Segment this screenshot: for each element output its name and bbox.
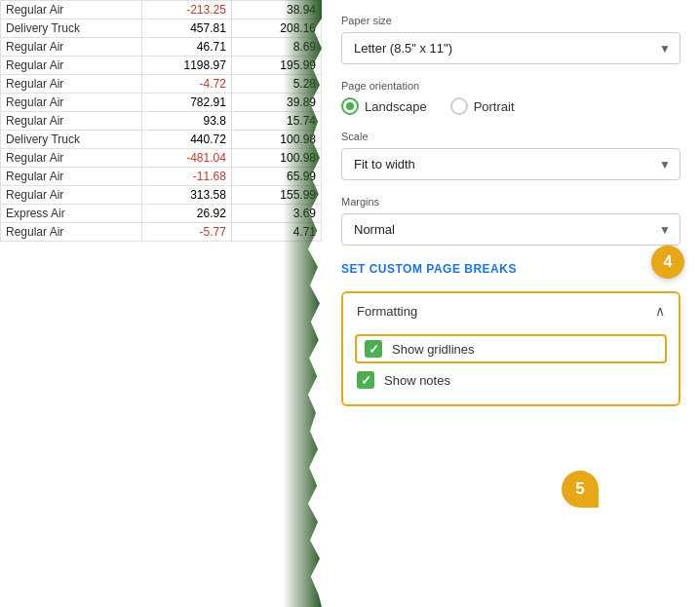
paper-size-select[interactable]: Letter (8.5" x 11") [341,32,681,64]
table-row: Delivery Truck457.81208.16 [1,19,322,38]
paper-size-label: Paper size [341,15,681,26]
cell-value1: 1198.97 [141,57,231,75]
margins-select[interactable]: Normal [341,213,681,246]
table-row: Express Air26.923.69 [1,205,322,223]
cell-value1: 440.72 [141,131,231,149]
cell-ship-mode: Regular Air [1,94,142,112]
margins-wrapper: Normal ▼ [341,213,681,246]
orientation-row: Landscape Portrait [341,97,681,115]
show-gridlines-checkbox[interactable]: ✓ [365,340,382,358]
landscape-label: Landscape [365,99,427,114]
landscape-radio-dot [346,102,354,110]
paper-size-wrapper: Letter (8.5" x 11") ▼ [341,32,681,64]
scale-wrapper: Fit to width ▼ [341,148,681,180]
cell-ship-mode: Regular Air [1,57,142,75]
cell-value1: 782.91 [141,94,231,112]
cell-value1: 93.8 [141,112,231,131]
step-badge-4: 4 [651,246,684,279]
checkmark-icon-2: ✓ [361,374,371,387]
cell-ship-mode: Regular Air [1,168,142,186]
scale-select[interactable]: Fit to width [341,148,681,180]
cell-value1: -11.68 [141,168,231,186]
data-table: Regular Air-213.2538.94Delivery Truck457… [0,0,322,242]
table-row: Regular Air782.9139.89 [1,94,322,112]
show-notes-row[interactable]: ✓ Show notes [357,365,665,395]
show-notes-checkbox[interactable]: ✓ [357,371,374,389]
margins-label: Margins [341,196,681,208]
table-row: Regular Air-4.725.28 [1,75,322,94]
cell-ship-mode: Delivery Truck [1,19,142,38]
table-row: Delivery Truck440.72100.98 [1,131,322,149]
checkmark-icon: ✓ [369,343,379,356]
cell-value1: 46.71 [141,38,231,57]
formatting-chevron-icon: ∧ [655,303,665,319]
formatting-title: Formatting [357,304,417,319]
table-row: Regular Air-481.04100.98 [1,149,322,168]
torn-edge-decoration [283,0,322,607]
landscape-radio[interactable] [341,97,359,115]
cell-value1: 457.81 [141,19,231,38]
orientation-label: Page orientation [341,80,681,92]
print-settings-panel: Paper size Letter (8.5" x 11") ▼ Page or… [322,0,700,607]
portrait-radio[interactable] [450,97,468,115]
cell-value1: -5.77 [141,223,231,242]
cell-ship-mode: Regular Air [1,149,142,168]
spreadsheet-panel: Regular Air-213.2538.94Delivery Truck457… [0,0,322,607]
cell-value1: -213.25 [141,1,231,19]
cell-value1: -481.04 [141,149,231,168]
custom-page-breaks-link[interactable]: SET CUSTOM PAGE BREAKS [341,262,517,276]
cell-value1: 313.58 [141,186,231,205]
cell-ship-mode: Regular Air [1,186,142,205]
scale-label: Scale [341,131,681,142]
cell-ship-mode: Express Air [1,205,142,223]
table-row: Regular Air313.58155.99 [1,186,322,205]
step-badge-5-wrapper: 5 [562,471,599,508]
table-row: Regular Air93.815.74 [1,112,322,131]
cell-ship-mode: Regular Air [1,223,142,242]
show-gridlines-label: Show gridlines [392,342,475,357]
formatting-header[interactable]: Formatting ∧ [343,293,679,328]
show-notes-label: Show notes [384,373,450,388]
cell-ship-mode: Regular Air [1,1,142,19]
table-row: Regular Air-5.774.71 [1,223,322,242]
cell-value1: 26.92 [141,205,231,223]
step-badge-5: 5 [562,471,599,508]
landscape-option[interactable]: Landscape [341,97,427,115]
portrait-label: Portrait [474,99,515,114]
cell-value1: -4.72 [141,75,231,94]
table-row: Regular Air-213.2538.94 [1,1,322,19]
formatting-section: Formatting ∧ ✓ Show gridlines ✓ Show not… [341,291,681,406]
table-row: Regular Air1198.97195.99 [1,57,322,75]
table-row: Regular Air-11.6865.99 [1,168,322,186]
cell-ship-mode: Delivery Truck [1,131,142,149]
cell-ship-mode: Regular Air [1,75,142,94]
portrait-option[interactable]: Portrait [450,97,515,115]
cell-ship-mode: Regular Air [1,112,142,131]
formatting-body: ✓ Show gridlines ✓ Show notes [343,328,679,404]
show-gridlines-row[interactable]: ✓ Show gridlines [355,334,667,363]
table-row: Regular Air46.718.69 [1,38,322,57]
cell-ship-mode: Regular Air [1,38,142,57]
